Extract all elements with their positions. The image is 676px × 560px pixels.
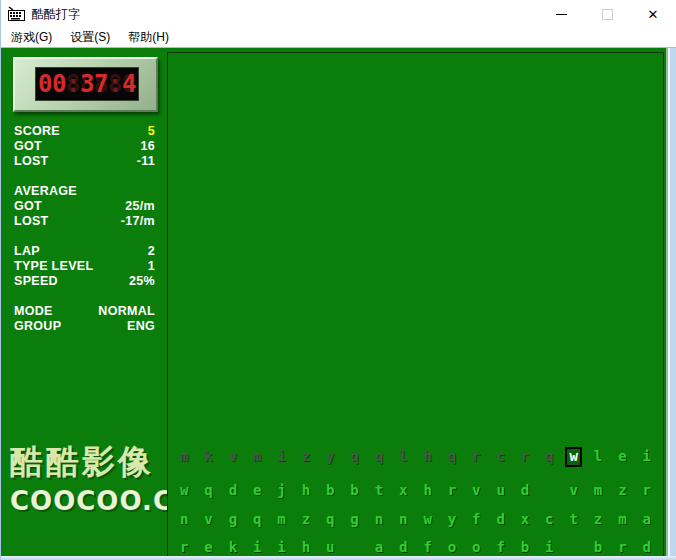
- falling-letter: d: [391, 538, 415, 556]
- falling-letter: a: [635, 510, 659, 528]
- titlebar: 酷酷打字 ✕: [1, 0, 676, 28]
- stat-value: 25%: [129, 274, 155, 289]
- falling-letter: u: [488, 481, 512, 499]
- play-field: mkvmizyqqlhqrcrqwleiwqdejhbbtxhrvudvmzrn…: [167, 52, 664, 557]
- logo-chinese-text: 酷酷影像: [10, 440, 193, 485]
- falling-letter: t: [562, 510, 586, 528]
- close-icon: ✕: [648, 8, 659, 21]
- stat-label: LAP: [14, 244, 40, 259]
- close-button[interactable]: ✕: [630, 0, 676, 28]
- falling-letter: i: [537, 538, 561, 556]
- falling-letter: d: [513, 481, 537, 499]
- falling-letter: m: [586, 481, 610, 499]
- maximize-button[interactable]: [584, 0, 630, 28]
- keyboard-icon: [8, 6, 26, 22]
- stat-group: SCORE5GOT16LOST-11: [14, 124, 155, 169]
- stat-group: MODENORMALGROUPENG: [14, 304, 155, 334]
- letter-row: mkvmizyqqlhqrcrqwlei: [172, 447, 659, 465]
- falling-letter: m: [269, 510, 293, 528]
- falling-letter: t: [367, 481, 391, 499]
- falling-letter: r: [440, 481, 464, 499]
- falling-letter: g: [221, 510, 245, 528]
- timer-led-screen: 80808:83878:84: [35, 67, 139, 101]
- falling-letter: q: [342, 447, 366, 465]
- falling-letter: h: [294, 538, 318, 556]
- falling-letter: b: [586, 538, 610, 556]
- menu-settings[interactable]: 设置(S): [70, 29, 110, 46]
- falling-letter: h: [415, 447, 439, 465]
- falling-letter: j: [269, 481, 293, 499]
- stat-label: TYPE LEVEL: [14, 259, 93, 274]
- falling-letter: v: [221, 447, 245, 465]
- stat-label: SPEED: [14, 274, 58, 289]
- led-digit: 8:: [66, 69, 80, 99]
- menubar: 游戏(G) 设置(S) 帮助(H): [1, 28, 676, 48]
- falling-letter: d: [488, 510, 512, 528]
- falling-letter: v: [196, 510, 220, 528]
- falling-letter: r: [513, 447, 537, 465]
- led-digit: 87: [94, 69, 108, 99]
- falling-letter: [342, 538, 366, 556]
- falling-letter: z: [586, 510, 610, 528]
- stat-value: 1: [148, 259, 155, 274]
- stat-value: 25/m: [125, 199, 155, 214]
- stat-value: ENG: [127, 319, 155, 334]
- falling-letter: c: [537, 510, 561, 528]
- stat-label: LOST: [14, 214, 49, 229]
- falling-letter: u: [318, 538, 342, 556]
- stat-row: GROUPENG: [14, 319, 155, 334]
- stat-row: LOST-17/m: [14, 214, 155, 229]
- falling-letter: v: [464, 481, 488, 499]
- falling-letter: m: [172, 447, 196, 465]
- falling-letter: f: [464, 510, 488, 528]
- menu-game[interactable]: 游戏(G): [11, 29, 52, 46]
- stat-group: AVERAGEGOT25/mLOST-17/m: [14, 184, 155, 229]
- falling-letter: h: [294, 481, 318, 499]
- stat-label: GROUP: [14, 319, 61, 334]
- stat-value: 5: [148, 124, 155, 139]
- falling-letter: y: [440, 510, 464, 528]
- falling-letter: y: [318, 447, 342, 465]
- falling-letter: b: [342, 481, 366, 499]
- falling-letter: d: [221, 481, 245, 499]
- letter-row: wqdejhbbtxhrvudvmzr: [172, 481, 659, 499]
- stat-value: -11: [137, 154, 155, 169]
- falling-letter: h: [415, 481, 439, 499]
- falling-letter: i: [269, 447, 293, 465]
- falling-letter: r: [464, 447, 488, 465]
- falling-letter: k: [196, 447, 220, 465]
- falling-letter: m: [245, 447, 269, 465]
- falling-letter: r: [610, 538, 634, 556]
- falling-letter: l: [391, 447, 415, 465]
- window-bottom-frame: [1, 556, 676, 560]
- minimize-button[interactable]: [538, 0, 584, 28]
- falling-letter: g: [342, 510, 366, 528]
- falling-letter: n: [172, 510, 196, 528]
- falling-letter: i: [635, 447, 659, 465]
- falling-letter: z: [610, 481, 634, 499]
- stat-row: SCORE5: [14, 124, 155, 139]
- menu-help[interactable]: 帮助(H): [128, 29, 169, 46]
- led-digit: 8:: [108, 69, 122, 99]
- falling-letter: e: [610, 447, 634, 465]
- led-digit: 80: [52, 69, 66, 99]
- target-letter: w: [562, 447, 586, 465]
- led-digit: 80: [38, 69, 52, 99]
- stat-label: LOST: [14, 154, 49, 169]
- letter-row: nvgqmzqgnnwyfdxctzma: [172, 510, 659, 528]
- falling-letter: f: [488, 538, 512, 556]
- stat-value: 16: [140, 139, 155, 154]
- stat-row: LOST-11: [14, 154, 155, 169]
- falling-letter: o: [440, 538, 464, 556]
- falling-letter: q: [440, 447, 464, 465]
- window-title: 酷酷打字: [32, 6, 80, 23]
- falling-letter: z: [294, 510, 318, 528]
- coocoo-logo: 酷酷影像 COOCOO.CC: [10, 440, 193, 516]
- falling-letter: a: [367, 538, 391, 556]
- window-right-frame: [666, 48, 676, 560]
- stat-label: MODE: [14, 304, 53, 319]
- falling-letter: w: [172, 481, 196, 499]
- falling-letter: q: [245, 510, 269, 528]
- falling-letter: q: [318, 510, 342, 528]
- falling-letter: m: [610, 510, 634, 528]
